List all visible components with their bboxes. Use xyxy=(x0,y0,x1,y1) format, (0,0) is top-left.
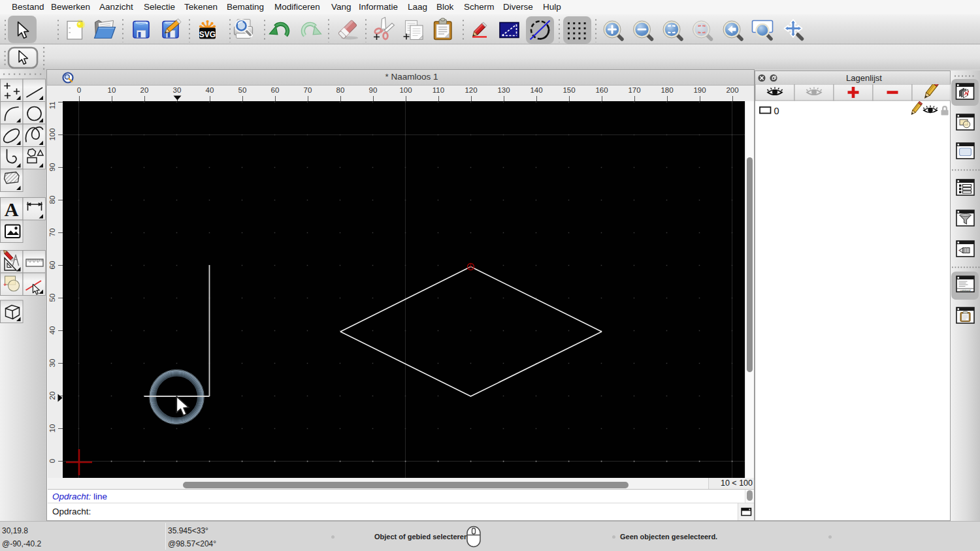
svg-text:0: 0 xyxy=(48,459,56,463)
svg-text:100: 100 xyxy=(48,128,56,140)
svg-text:160: 160 xyxy=(595,86,608,94)
svg-text:30: 30 xyxy=(48,359,56,368)
svg-text:SVG: SVG xyxy=(199,30,216,39)
svg-text:70: 70 xyxy=(48,228,56,237)
svg-text:110: 110 xyxy=(433,86,444,94)
svg-text:200: 200 xyxy=(726,86,738,94)
svg-text:50: 50 xyxy=(238,86,247,94)
svg-text:60: 60 xyxy=(271,86,280,94)
svg-text:A: A xyxy=(5,198,19,220)
svg-text:20: 20 xyxy=(140,86,149,94)
svg-text:80: 80 xyxy=(48,196,56,204)
svg-text:90: 90 xyxy=(369,86,378,94)
svg-text:20: 20 xyxy=(48,392,56,400)
svg-text:100: 100 xyxy=(399,86,412,94)
svg-text:120: 120 xyxy=(465,86,477,94)
svg-text:140: 140 xyxy=(530,86,542,94)
svg-text:0: 0 xyxy=(77,86,81,94)
svg-text:50: 50 xyxy=(48,294,56,302)
svg-text:110: 110 xyxy=(48,101,56,109)
svg-text:190: 190 xyxy=(693,86,706,94)
svg-text:10: 10 xyxy=(48,424,56,433)
svg-text:60: 60 xyxy=(48,261,56,270)
svg-text:170: 170 xyxy=(628,86,640,94)
svg-text:130: 130 xyxy=(497,86,510,94)
svg-text:0: 0 xyxy=(774,106,779,116)
svg-text:40: 40 xyxy=(48,326,56,335)
svg-text:40: 40 xyxy=(206,86,214,94)
svg-text:180: 180 xyxy=(661,86,673,94)
svg-text:command: command xyxy=(960,289,971,292)
svg-text:30: 30 xyxy=(173,86,182,94)
svg-text:150: 150 xyxy=(563,86,575,94)
svg-text:90: 90 xyxy=(48,163,56,172)
svg-text:80: 80 xyxy=(336,86,345,94)
svg-text:10: 10 xyxy=(108,86,116,94)
svg-text:70: 70 xyxy=(304,86,312,94)
